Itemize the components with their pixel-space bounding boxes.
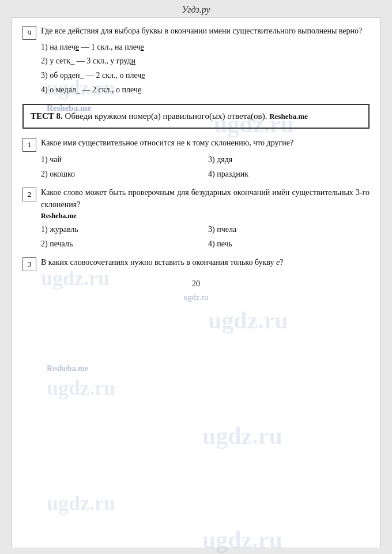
watermark-5: ugdz.ru — [47, 376, 115, 400]
question-9-text: Где все действия для выбора буквы в окон… — [41, 25, 370, 38]
page-number: 20 — [22, 277, 370, 291]
test-title: ТЕСТ 8. — [31, 111, 63, 121]
question-9-block: 9 Где все действия для выбора буквы в ок… — [22, 25, 370, 96]
question-2-answers: 1) журавль 3) пчела 2) печаль 4) печь — [41, 223, 370, 250]
watermark-resheba-2: Resheba.me — [47, 364, 88, 373]
question-2-block: 2 Какое слово может быть проверочным для… — [22, 186, 370, 250]
question-1-block: 1 Какое имя существительное относится не… — [22, 137, 370, 181]
test-description: Обведи кружком номер(а) правильного(ых) … — [65, 111, 270, 121]
answer-2-1: 1) журавль — [41, 223, 202, 236]
question-3-text: В каких словосочетаниях нужно вставить в… — [41, 256, 370, 269]
answer-9-3: 3) об орден_ — 2 скл., о плече — [41, 69, 370, 82]
question-2-text: Какое слово может быть проверочным для б… — [41, 186, 370, 211]
question-1-answers: 1) чай 3) дядя 2) окошко 4) праздник — [41, 153, 370, 181]
question-3-block: 3 В каких словосочетаниях нужно вставить… — [22, 256, 370, 271]
test-8-header: ТЕСТ 8. Обведи кружком номер(а) правильн… — [22, 104, 370, 129]
question-3-content: В каких словосочетаниях нужно вставить в… — [41, 256, 370, 269]
footer-watermark: ugdz.ru — [22, 293, 370, 302]
watermark-6: ugdz.ru — [202, 422, 282, 450]
page-header: Угдз.ру — [0, 0, 392, 17]
question-3-number: 3 — [22, 257, 36, 271]
answer-1-3: 3) дядя — [208, 153, 370, 166]
resheba-label-header: Resheba.me — [269, 112, 308, 121]
resheba-label-q2: Resheba.me — [41, 212, 370, 220]
answer-1-2: 2) окошко — [41, 167, 202, 181]
question-2-number: 2 — [22, 188, 36, 201]
page-container: ugdz.ru Resheba.me ugdz.ru ugdz.ru ugdz.… — [12, 17, 380, 548]
watermark-8: ugdz.ru — [202, 526, 282, 553]
answer-9-2: 2) у сетк_ — 3 скл., у груди — [41, 55, 370, 68]
answer-9-4: 4) о медал_ — 2 скл., о плече — [41, 84, 370, 96]
answer-2-3: 3) пчела — [208, 223, 370, 236]
answer-2-2: 2) печаль — [41, 237, 202, 250]
watermark-4: ugdz.ru — [208, 306, 288, 334]
question-2-content: Какое слово может быть проверочным для б… — [41, 186, 370, 250]
question-1-content: Какое имя существительное относится не к… — [41, 137, 370, 181]
answer-1-1: 1) чай — [41, 153, 202, 166]
answer-2-4: 4) печь — [208, 237, 370, 250]
question-9-content: Где все действия для выбора буквы в окон… — [41, 25, 370, 96]
watermark-7: ugdz.ru — [47, 491, 115, 515]
question-1-number: 1 — [22, 138, 36, 152]
question-1-text: Какое имя существительное относится не к… — [41, 137, 370, 149]
question-9-number: 9 — [22, 26, 36, 40]
question-9-answers: 1) на плече — 1 скл., на плече 2) у сетк… — [41, 41, 370, 96]
answer-9-1: 1) на плече — 1 скл., на плече — [41, 41, 370, 54]
answer-1-4: 4) праздник — [208, 167, 370, 181]
